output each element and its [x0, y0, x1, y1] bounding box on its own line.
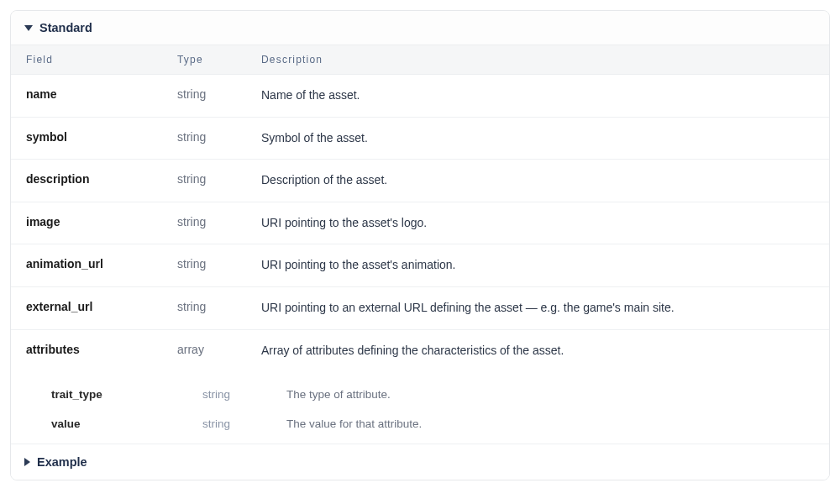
field-name: name — [26, 87, 177, 101]
table-row: image string URI pointing to the asset's… — [11, 202, 829, 245]
table-row: external_url string URI pointing to an e… — [11, 287, 829, 330]
table-row: name string Name of the asset. — [11, 75, 829, 118]
field-name: external_url — [26, 300, 177, 313]
header-field: Field — [26, 54, 177, 66]
field-desc: URI pointing to the asset's animation. — [261, 257, 814, 274]
table-row: animation_url string URI pointing to the… — [11, 244, 829, 287]
field-name: value — [51, 417, 202, 430]
field-type: string — [177, 130, 261, 144]
field-desc: Symbol of the asset. — [261, 130, 814, 147]
sub-table: trait_type string The type of attribute.… — [11, 371, 829, 444]
field-desc: Description of the asset. — [261, 172, 814, 189]
field-name: trait_type — [51, 388, 202, 401]
field-type: string — [177, 215, 261, 228]
field-desc: The value for that attribute. — [286, 417, 814, 430]
schema-container: Standard Field Type Description name str… — [10, 10, 830, 480]
chevron-down-icon — [24, 25, 33, 31]
header-description: Description — [261, 54, 814, 66]
field-type: string — [177, 172, 261, 186]
field-desc: URI pointing to the asset's logo. — [261, 215, 814, 232]
field-type: string — [202, 388, 286, 401]
field-desc: Name of the asset. — [261, 87, 814, 104]
field-name: attributes — [26, 343, 177, 356]
section-header-example[interactable]: Example — [11, 444, 829, 480]
field-type: string — [202, 417, 286, 430]
section-header-standard[interactable]: Standard — [11, 11, 829, 45]
field-type: string — [177, 257, 261, 270]
field-name: image — [26, 215, 177, 228]
header-type: Type — [177, 54, 261, 66]
field-name: description — [26, 172, 177, 186]
field-desc: The type of attribute. — [286, 388, 814, 401]
field-desc: Array of attributes defining the charact… — [261, 343, 814, 360]
field-desc: URI pointing to an external URL defining… — [261, 300, 814, 317]
field-name: symbol — [26, 130, 177, 144]
table-row: trait_type string The type of attribute. — [26, 380, 814, 409]
field-type: string — [177, 87, 261, 101]
chevron-right-icon — [24, 458, 30, 466]
section-title: Standard — [39, 21, 92, 34]
table-row: symbol string Symbol of the asset. — [11, 118, 829, 160]
field-name: animation_url — [26, 257, 177, 270]
field-type: array — [177, 343, 261, 356]
example-title: Example — [37, 455, 87, 469]
table-row: attributes array Array of attributes def… — [11, 330, 829, 372]
table-header-row: Field Type Description — [11, 45, 829, 75]
field-type: string — [177, 300, 261, 313]
table-row: description string Description of the as… — [11, 160, 829, 202]
table-row: value string The value for that attribut… — [26, 409, 814, 438]
